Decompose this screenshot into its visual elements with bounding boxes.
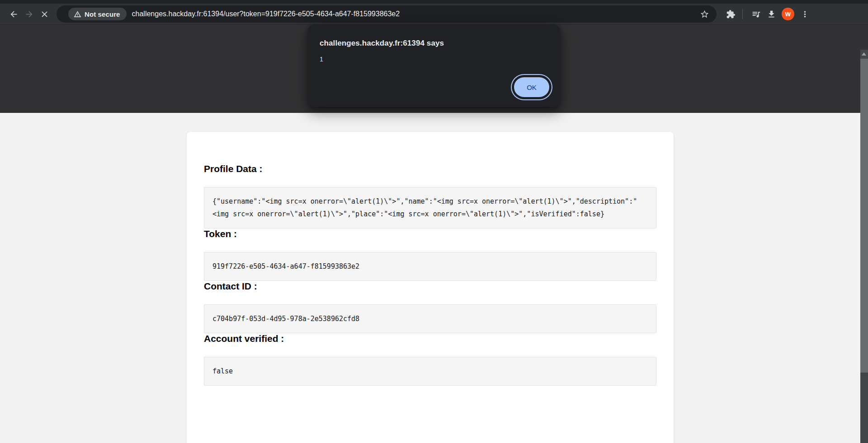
alert-title: challenges.hackday.fr:61394 says: [320, 39, 549, 48]
security-chip[interactable]: Not secure: [68, 8, 127, 20]
download-icon: [767, 9, 776, 19]
forward-button[interactable]: [21, 6, 37, 22]
profile-data-box: {"username":"<img src=x onerror=\"alert(…: [204, 187, 656, 228]
code-line: 919f7226-e505-4634-a647-f815993863e2: [212, 260, 648, 273]
section-title: Account verified :: [204, 333, 656, 344]
account-verified-box: false: [204, 357, 656, 386]
scrollbar-up-arrow[interactable]: [862, 52, 866, 56]
stop-x-icon: [40, 9, 49, 19]
alert-message: 1: [320, 56, 549, 63]
back-arrow-icon: [9, 9, 19, 19]
profile-data-section: Profile Data : {"username":"<img src=x o…: [204, 163, 656, 228]
tabstrip-remnant: [0, 0, 868, 4]
browser-toolbar: Not secure challenges.hackday.fr:61394/u…: [0, 4, 868, 25]
account-verified-section: Account verified : false: [204, 333, 656, 386]
contact-id-box: c704b97f-053d-4d95-978a-2e538962cfd8: [204, 304, 656, 333]
stop-loading-button[interactable]: [37, 6, 52, 22]
bookmark-button[interactable]: [698, 7, 711, 21]
page-scrollbar[interactable]: [860, 50, 868, 443]
section-title: Token :: [204, 228, 656, 239]
avatar-label: W: [785, 11, 791, 18]
media-controls-button[interactable]: [748, 6, 764, 22]
media-controls-icon: [751, 9, 761, 19]
omnibox[interactable]: Not secure challenges.hackday.fr:61394/u…: [57, 5, 717, 23]
browser-menu-button[interactable]: [797, 6, 812, 22]
scrollbar-track-lower[interactable]: [860, 373, 868, 443]
downloads-button[interactable]: [764, 6, 779, 22]
url-text[interactable]: challenges.hackday.fr:61394/user?token=9…: [132, 10, 698, 18]
content-card: Profile Data : {"username":"<img src=x o…: [187, 132, 674, 443]
code-line: <img src=x onerror=\"alert(1)\">","place…: [212, 208, 648, 220]
code-line: false: [212, 365, 648, 378]
extensions-puzzle-icon: [726, 9, 736, 19]
alert-dialog: challenges.hackday.fr:61394 says 1 OK: [308, 25, 560, 107]
section-title: Contact ID :: [204, 281, 656, 292]
kebab-menu-icon: [800, 9, 810, 19]
bookmark-star-icon: [700, 9, 709, 19]
code-line: c704b97f-053d-4d95-978a-2e538962cfd8: [212, 312, 648, 325]
contact-id-section: Contact ID : c704b97f-053d-4d95-978a-2e5…: [204, 281, 656, 333]
profile-avatar[interactable]: W: [782, 8, 794, 20]
token-box: 919f7226-e505-4634-a647-f815993863e2: [204, 252, 656, 281]
scrollbar-thumb[interactable]: [860, 59, 868, 373]
toolbar-divider: [742, 9, 743, 19]
forward-arrow-icon: [24, 9, 34, 19]
security-chip-label: Not secure: [85, 10, 120, 18]
section-title: Profile Data :: [204, 163, 656, 174]
extensions-button[interactable]: [723, 6, 738, 22]
back-button[interactable]: [6, 6, 21, 22]
warning-triangle-icon: [74, 10, 81, 18]
token-section: Token : 919f7226-e505-4634-a647-f8159938…: [204, 228, 656, 281]
alert-ok-button[interactable]: OK: [514, 77, 549, 97]
code-line: {"username":"<img src=x onerror=\"alert(…: [212, 195, 648, 208]
